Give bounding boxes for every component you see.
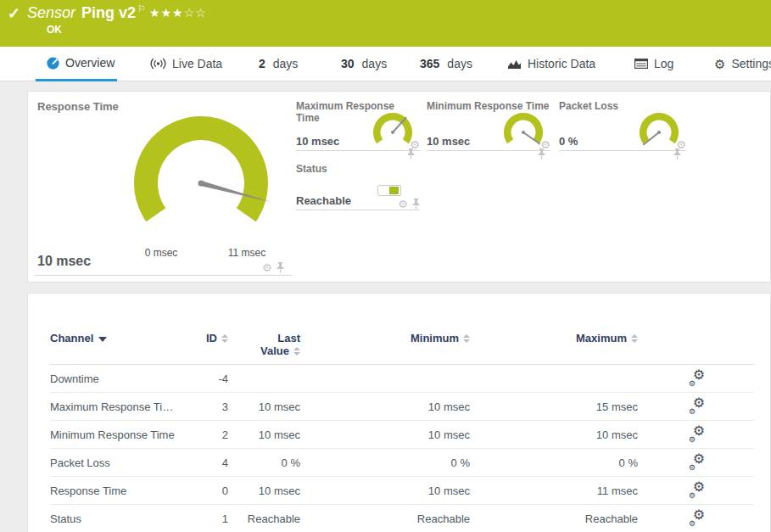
column-header-last-label: Last: [228, 332, 300, 344]
tab-30-days-unit: days: [362, 57, 388, 70]
tab-log-label: Log: [654, 57, 673, 70]
pin-icon[interactable]: [538, 148, 545, 160]
channel-name[interactable]: Response Time: [50, 484, 207, 497]
channel-name[interactable]: Downtime: [50, 372, 207, 385]
tab-historic-data[interactable]: Historic Data: [507, 47, 595, 81]
sort-icon: [631, 334, 638, 343]
tab-30-days-number: 30: [341, 57, 355, 70]
maximum-value: 11 msec: [470, 484, 638, 497]
sort-icon: [293, 347, 300, 356]
table-row-downtime: Downtime -4 ⚙⚙: [50, 365, 754, 393]
column-header-maximum[interactable]: Maximum: [470, 332, 638, 344]
stars-filled: ★★★: [149, 6, 184, 20]
last-value: 10 msec: [228, 484, 300, 497]
column-header-minimum[interactable]: Minimum: [300, 332, 470, 344]
maximum-value: 15 msec: [470, 400, 638, 413]
column-header-channel[interactable]: Channel: [50, 332, 207, 344]
column-header-value-label: Value: [260, 344, 289, 357]
status-toggle-indicator: [377, 185, 401, 196]
channel-id: 0: [207, 484, 228, 497]
pin-icon[interactable]: [673, 148, 681, 160]
tab-log[interactable]: Log: [634, 47, 673, 81]
table-row-status: Status 1 Reachable Reachable Reachable ⚙…: [50, 505, 754, 532]
channel-name[interactable]: Minimum Response Time: [50, 428, 207, 441]
log-list-icon: [634, 59, 648, 69]
sort-icon: [221, 334, 228, 343]
packet-loss-gauge: [637, 109, 681, 154]
table-header-row: Channel ID Last Value Minimum Maximum: [50, 294, 754, 365]
max-response-time-card: Maximum Response Time 10 msec ⚙: [296, 100, 420, 151]
status-card: Status Reachable ⚙: [296, 163, 420, 210]
tab-2-days-unit: days: [273, 57, 299, 70]
tab-settings[interactable]: ⚙ Settings: [714, 47, 771, 81]
tab-live-data[interactable]: Live Data: [150, 47, 222, 81]
tab-overview[interactable]: Overview: [36, 47, 117, 81]
table-row-maximum-response-time: Maximum Response Ti… 3 10 msec 10 msec 1…: [50, 393, 754, 421]
live-broadcast-icon: [150, 58, 166, 70]
table-row-packet-loss: Packet Loss 4 0 % 0 % 0 % ⚙⚙: [50, 449, 754, 477]
tab-live-data-label: Live Data: [172, 57, 222, 70]
channel-settings-icon[interactable]: ⚙⚙: [689, 427, 705, 442]
minimum-value: 0 %: [300, 456, 470, 469]
status-title: Status: [296, 163, 420, 175]
gear-icon[interactable]: ⚙: [398, 199, 408, 210]
gauges-panel: Response Time 0 msec 11 msec 10 msec ⚙ M…: [27, 91, 771, 283]
channel-name[interactable]: Status: [50, 512, 207, 525]
sensor-header: ✓ SensorPing v2⚐ ★★★☆☆ OK: [0, 0, 771, 47]
gauge-scale-max: 11 msec: [213, 247, 281, 259]
last-value: 10 msec: [228, 428, 300, 441]
response-time-gauge: [125, 107, 277, 260]
column-header-minimum-label: Minimum: [411, 332, 459, 344]
min-response-time-card: Minimum Response Time 10 msec ⚙: [427, 100, 550, 151]
last-value: Reachable: [228, 512, 300, 525]
column-header-maximum-label: Maximum: [576, 332, 627, 344]
channel-name[interactable]: Packet Loss: [50, 456, 207, 469]
channel-name[interactable]: Maximum Response Ti…: [50, 400, 207, 413]
tab-365-days-number: 365: [420, 57, 439, 70]
tab-365-days-unit: days: [447, 57, 472, 70]
column-header-id-label: ID: [206, 332, 217, 344]
gauge-icon: [47, 57, 59, 70]
channel-settings-icon[interactable]: ⚙⚙: [689, 371, 705, 386]
stars-empty: ☆☆: [184, 6, 207, 20]
max-response-time-gauge: [371, 109, 415, 154]
sensor-name[interactable]: Ping v2: [81, 4, 136, 21]
status-value: Reachable: [296, 194, 351, 207]
column-header-channel-label: Channel: [50, 332, 93, 344]
gauge-footer-icons: ⚙: [410, 139, 420, 150]
tab-historic-data-label: Historic Data: [528, 57, 595, 70]
priority-stars[interactable]: ★★★☆☆: [149, 6, 207, 20]
channel-settings-icon[interactable]: ⚙⚙: [689, 511, 705, 526]
flag-icon[interactable]: ⚐: [137, 3, 146, 14]
tab-2-days[interactable]: 2days: [259, 47, 298, 81]
minimum-value: 10 msec: [300, 400, 470, 413]
column-header-id[interactable]: ID: [207, 332, 228, 344]
channel-settings-icon[interactable]: ⚙⚙: [689, 399, 705, 414]
sensor-title: SensorPing v2⚐: [27, 3, 146, 22]
tab-30-days[interactable]: 30days: [341, 47, 387, 81]
minimum-value: Reachable: [300, 512, 470, 525]
min-response-time-gauge: [501, 109, 545, 154]
maximum-value: 10 msec: [470, 428, 638, 441]
tab-2-days-number: 2: [259, 57, 265, 70]
channel-id: 1: [207, 512, 228, 525]
tab-365-days[interactable]: 365days: [420, 47, 472, 81]
status-toggle-knob: [389, 187, 399, 194]
channel-id: 3: [207, 400, 228, 413]
channel-table: Channel ID Last Value Minimum Maximum: [50, 294, 754, 532]
column-header-last-value[interactable]: Last Value: [228, 332, 300, 357]
minimum-value: 10 msec: [300, 428, 470, 441]
ok-check-icon: ✓: [8, 4, 20, 23]
channel-table-panel: Channel ID Last Value Minimum Maximum: [27, 293, 771, 532]
sort-icon: [463, 334, 470, 343]
pin-icon[interactable]: [277, 262, 284, 273]
pin-icon[interactable]: [412, 199, 420, 210]
table-row-minimum-response-time: Minimum Response Time 2 10 msec 10 msec …: [50, 421, 754, 449]
channel-settings-icon[interactable]: ⚙⚙: [689, 455, 705, 470]
gauge-footer-icons: ⚙: [676, 139, 686, 150]
gear-icon[interactable]: ⚙: [262, 262, 272, 273]
channel-settings-icon[interactable]: ⚙⚙: [689, 483, 705, 498]
pin-icon[interactable]: [407, 148, 415, 160]
channel-id: 4: [207, 456, 228, 469]
tab-settings-label: Settings: [731, 57, 771, 70]
